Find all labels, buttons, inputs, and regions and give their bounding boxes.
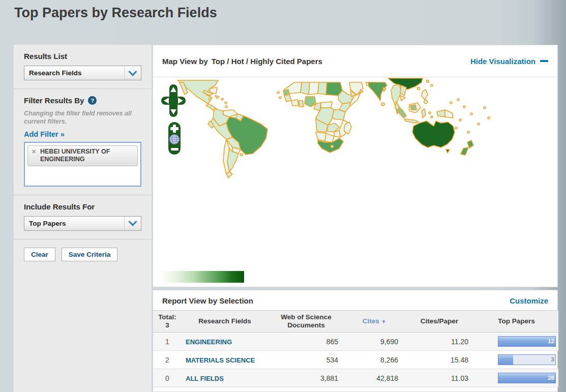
bar-fill xyxy=(498,373,555,383)
filters-sidebar: Results List Research Fields Filter Resu… xyxy=(14,45,152,392)
results-table: Total: 3 Research Fields Web of Science … xyxy=(153,310,558,387)
top-papers-cell: 3 xyxy=(474,351,558,369)
top-papers-bar: 3 xyxy=(498,354,556,365)
table-header-row: Total: 3 Research Fields Web of Science … xyxy=(153,311,558,333)
sort-desc-icon: ▼ xyxy=(381,319,386,324)
include-results-section: Include Results For Top Papers xyxy=(14,195,152,239)
field-link[interactable]: ENGINEERING xyxy=(186,338,232,346)
wos-documents-cell: 534 xyxy=(268,351,344,369)
cites-cell: 42,818 xyxy=(344,369,404,387)
bar-value: 3 xyxy=(551,356,554,363)
report-title: Report View by Selection xyxy=(162,296,253,305)
filter-tag: ✕ HEBEI UNIVERSITY OF ENGINEERING xyxy=(27,145,138,166)
hide-visualization-label: Hide Visualization xyxy=(470,57,535,66)
map-visualization-panel: Map View byTop / Hot / Highly Cited Pape… xyxy=(153,45,558,287)
report-panel: Report View by Selection Customize Total… xyxy=(153,290,558,392)
field-link[interactable]: ALL FIELDS xyxy=(186,375,224,382)
wos-documents-cell: 3,881 xyxy=(268,369,344,387)
column-header-top-papers[interactable]: Top Papers xyxy=(474,311,558,333)
bar-value: 12 xyxy=(548,338,554,344)
clear-button[interactable]: Clear xyxy=(24,248,55,261)
results-list-select[interactable]: Research Fields xyxy=(24,66,141,80)
results-list-value: Research Fields xyxy=(29,69,82,77)
bar-fill xyxy=(498,355,513,365)
column-header-wos-documents[interactable]: Web of Science Documents xyxy=(268,311,344,333)
cites-per-paper-cell: 11.20 xyxy=(404,333,474,351)
top-papers-cell: 12 xyxy=(474,333,558,351)
include-results-value: Top Papers xyxy=(29,220,66,227)
top-papers-cell: 28 xyxy=(474,369,558,387)
include-results-select[interactable]: Top Papers xyxy=(24,216,141,231)
globe-icon xyxy=(170,135,180,144)
viz-header: Map View byTop / Hot / Highly Cited Pape… xyxy=(153,45,557,77)
active-filters-box: ✕ HEBEI UNIVERSITY OF ENGINEERING xyxy=(24,142,141,187)
total-header: Total: 3 xyxy=(153,311,182,333)
table-row: 1ENGINEERING8659,69011.2012 xyxy=(153,333,558,351)
cites-per-paper-cell: 11.03 xyxy=(404,369,474,387)
top-papers-bar: 28 xyxy=(498,373,556,383)
field-cell: MATERIALS SCIENCE xyxy=(182,351,268,369)
include-results-label: Include Results For xyxy=(24,202,141,211)
results-list-label: Results List xyxy=(24,52,141,61)
map-controls[interactable] xyxy=(161,84,189,157)
sidebar-buttons: Clear Save Criteria xyxy=(14,239,152,269)
customize-link[interactable]: Customize xyxy=(510,296,548,305)
filter-tag-label: HEBEI UNIVERSITY OF ENGINEERING xyxy=(40,148,110,163)
column-header-cites[interactable]: Cites ▼ xyxy=(344,311,404,333)
bar-fill xyxy=(498,337,555,346)
column-header-research-fields[interactable]: Research Fields xyxy=(182,311,268,333)
add-filter-link[interactable]: Add Filter » xyxy=(24,130,65,138)
top-papers-bar: 12 xyxy=(498,336,556,347)
field-cell: ENGINEERING xyxy=(182,333,268,351)
save-criteria-button[interactable]: Save Criteria xyxy=(62,248,118,261)
zoom-out-icon xyxy=(171,148,178,150)
results-list-section: Results List Research Fields xyxy=(14,45,152,88)
map-view-title-prefix: Map View by xyxy=(162,57,208,66)
help-icon[interactable]: ? xyxy=(88,96,97,105)
table-row: 0ALL FIELDS3,88142,81811.0328 xyxy=(153,369,558,387)
collapse-minus-icon xyxy=(540,60,548,62)
rank-cell: 2 xyxy=(153,351,182,369)
wos-documents-cell: 865 xyxy=(268,333,344,351)
page-title: Top Papers by Research Fields xyxy=(14,5,217,21)
column-header-cites-per-paper[interactable]: Cites/Paper xyxy=(404,311,474,333)
hide-visualization-link[interactable]: Hide Visualization xyxy=(470,57,548,66)
filter-note: Changing the filter field removes all cu… xyxy=(24,109,141,126)
field-link[interactable]: MATERIALS SCIENCE xyxy=(186,356,255,364)
bar-value: 28 xyxy=(548,375,554,381)
field-cell: ALL FIELDS xyxy=(182,369,268,387)
table-row: 2MATERIALS SCIENCE5348,26615.483 xyxy=(153,351,558,369)
choropleth-legend xyxy=(160,271,244,283)
filter-label: Filter Results By xyxy=(24,96,84,105)
filter-section: Filter Results By ? Changing the filter … xyxy=(14,89,152,195)
world-map-area[interactable] xyxy=(153,77,557,286)
world-map[interactable] xyxy=(153,77,557,286)
cites-per-paper-cell: 15.48 xyxy=(404,351,474,369)
chevron-down-icon[interactable] xyxy=(124,66,141,80)
map-view-title: Top / Hot / Highly Cited Papers xyxy=(212,57,322,66)
report-header: Report View by Selection Customize xyxy=(153,290,557,310)
rank-cell: 0 xyxy=(153,369,182,387)
cites-cell: 9,690 xyxy=(344,333,404,351)
rank-cell: 1 xyxy=(153,333,182,351)
cites-cell: 8,266 xyxy=(344,351,404,369)
remove-filter-icon[interactable]: ✕ xyxy=(32,148,36,156)
chevron-down-icon[interactable] xyxy=(124,217,141,230)
